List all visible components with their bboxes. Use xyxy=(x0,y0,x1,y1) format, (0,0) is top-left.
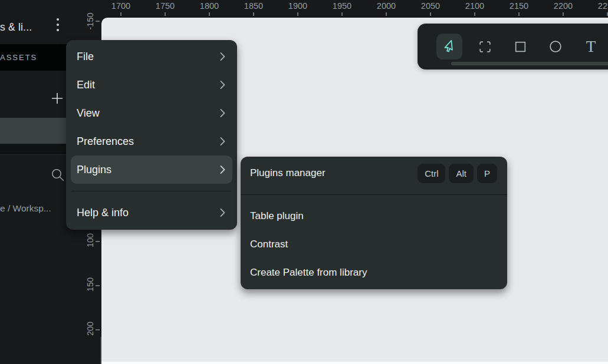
move-tool-button[interactable] xyxy=(436,34,462,59)
ruler-label: 2000 xyxy=(377,1,396,11)
chevron-right-icon xyxy=(220,108,225,118)
menu-item-view[interactable]: View xyxy=(71,99,232,127)
ruler-tick xyxy=(96,285,100,286)
menu-separator xyxy=(72,191,231,191)
search-icon xyxy=(50,167,65,183)
chevron-right-icon xyxy=(220,208,225,217)
menu-item-preferences[interactable]: Preferences xyxy=(71,127,232,155)
chevron-right-icon xyxy=(220,165,225,174)
ruler-tick xyxy=(96,21,100,22)
horizontal-scrollbar[interactable] xyxy=(101,362,608,364)
ruler-label: 150 xyxy=(86,277,95,292)
ruler-tick xyxy=(341,12,343,16)
menu-item-label: Help & info xyxy=(77,207,129,219)
rectangle-icon xyxy=(513,39,528,54)
ruler-label: -150 xyxy=(86,12,95,29)
ruler-tick xyxy=(253,12,254,16)
ruler-tick xyxy=(518,12,520,16)
submenu-item-label: Contrast xyxy=(250,239,288,250)
cursor-icon xyxy=(442,39,457,54)
text-tool-icon: T xyxy=(586,38,596,56)
ruler-tick xyxy=(474,12,475,16)
submenu-separator xyxy=(241,194,507,195)
ruler-label: 2150 xyxy=(510,1,528,11)
ruler-label: 1850 xyxy=(244,1,263,11)
ruler-tick xyxy=(297,12,298,16)
tool-bar: T xyxy=(418,24,608,70)
ruler-label: 1950 xyxy=(333,1,351,11)
menu-item-label: View xyxy=(77,107,100,120)
shortcut-key: P xyxy=(477,164,497,183)
ruler-tick xyxy=(96,241,100,242)
ruler-tick xyxy=(430,12,431,16)
shortcut-key: Alt xyxy=(449,164,474,183)
ruler-label: 1750 xyxy=(156,1,175,11)
ellipse-tool-button[interactable] xyxy=(543,34,568,59)
submenu-item-plugins-manager[interactable]: Plugins manager Ctrl Alt P xyxy=(241,159,507,187)
menu-item-plugins[interactable]: Plugins xyxy=(71,155,232,184)
submenu-item-label: Create Palette from library xyxy=(250,267,367,279)
add-asset-button[interactable] xyxy=(50,91,65,106)
menu-item-edit[interactable]: Edit xyxy=(71,71,232,99)
chevron-right-icon xyxy=(220,80,225,90)
sidebar-title: s & li... xyxy=(0,21,32,34)
submenu-item-label: Plugins manager xyxy=(250,167,326,179)
chevron-right-icon xyxy=(220,137,225,146)
search-button[interactable] xyxy=(50,167,65,183)
board-icon xyxy=(478,39,492,54)
ruler-label: 1800 xyxy=(200,1,219,11)
ruler-label: 100 xyxy=(86,233,95,247)
ruler-label: 2200 xyxy=(554,1,573,11)
board-tool-button[interactable] xyxy=(472,34,498,59)
ruler-label: 2250 xyxy=(598,1,608,11)
plugins-submenu: Plugins manager Ctrl Alt P Table plugin … xyxy=(241,157,507,289)
menu-item-help-info[interactable]: Help & info xyxy=(71,198,232,227)
shortcut-chips: Ctrl Alt P xyxy=(418,164,497,183)
ruler-label: 2050 xyxy=(421,1,440,11)
submenu-item-label: Table plugin xyxy=(250,210,304,222)
rectangle-tool-button[interactable] xyxy=(507,34,533,59)
ruler-tick xyxy=(165,12,166,16)
chevron-right-icon xyxy=(220,52,225,61)
ruler-tick xyxy=(209,12,210,16)
text-tool-button[interactable]: T xyxy=(578,34,604,59)
submenu-item-contrast[interactable]: Contrast xyxy=(241,230,507,259)
plus-icon xyxy=(50,91,65,106)
ruler-label: 1900 xyxy=(288,1,307,11)
ellipse-icon xyxy=(548,39,563,54)
submenu-item-create-palette[interactable]: Create Palette from library xyxy=(241,259,507,287)
ruler-label: 2100 xyxy=(465,1,484,11)
kebab-menu-icon[interactable] xyxy=(52,14,63,35)
ruler-tick xyxy=(386,12,387,16)
ruler-label: 200 xyxy=(86,322,95,336)
library-path-item[interactable]: e / Worksp... xyxy=(0,203,65,214)
menu-item-label: File xyxy=(77,51,94,63)
workspace: 1700 1750 1800 1850 1900 1950 2000 2050 … xyxy=(0,0,608,364)
toolbar-scrollbar[interactable] xyxy=(451,62,608,65)
main-menu: File Edit View Preferences Plugins xyxy=(66,40,237,230)
menu-item-label: Preferences xyxy=(77,135,134,148)
menu-item-file[interactable]: File xyxy=(71,42,232,71)
vertical-scrollbar[interactable] xyxy=(100,337,101,364)
shortcut-key: Ctrl xyxy=(418,164,445,183)
ruler-label: 1700 xyxy=(111,1,130,11)
ruler-tick xyxy=(120,12,121,16)
ruler-tick xyxy=(96,329,100,330)
menu-item-label: Plugins xyxy=(77,164,111,176)
submenu-item-table-plugin[interactable]: Table plugin xyxy=(241,202,507,230)
ruler-tick xyxy=(563,12,564,16)
menu-item-label: Edit xyxy=(77,79,95,91)
